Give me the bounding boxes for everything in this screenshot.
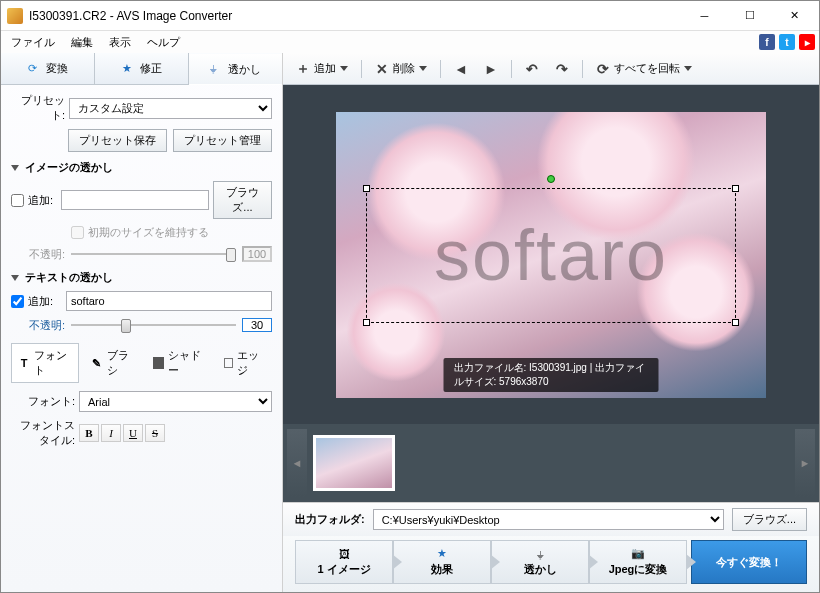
- titlebar: I5300391.CR2 - AVS Image Converter ─ ☐ ✕: [1, 1, 819, 31]
- text-wm-heading: テキストの透かし: [25, 270, 113, 285]
- font-select[interactable]: Arial: [79, 391, 272, 412]
- mini-tab-font[interactable]: T フォント: [11, 343, 79, 383]
- menu-view[interactable]: 表示: [101, 33, 139, 52]
- youtube-icon[interactable]: ▸: [799, 34, 815, 50]
- left-panel: ⟳ 変換 ★ 修正 ⏚ 透かし プリセット: カスタム設定 プリセット保存 プリ…: [1, 53, 283, 592]
- tab-correct[interactable]: ★ 修正: [95, 53, 189, 84]
- chevron-down-icon: [684, 66, 692, 71]
- chevron-down-icon: [419, 66, 427, 71]
- step-watermark[interactable]: ⏚ 透かし: [491, 540, 589, 584]
- menu-edit[interactable]: 編集: [63, 33, 101, 52]
- output-browse-button[interactable]: ブラウズ...: [732, 508, 807, 531]
- text-wm-opacity-value[interactable]: [242, 318, 272, 332]
- strip-next-button[interactable]: ►: [795, 429, 815, 497]
- edge-icon: [224, 358, 233, 368]
- prev-button[interactable]: ◄: [447, 57, 475, 81]
- chevron-down-icon: [11, 165, 19, 171]
- thumbnail-item[interactable]: [313, 435, 395, 491]
- rotate-right-button[interactable]: ↷: [548, 57, 576, 81]
- close-button[interactable]: ✕: [772, 2, 817, 30]
- rotate-right-icon: ↷: [555, 62, 569, 76]
- underline-button[interactable]: U: [123, 424, 143, 442]
- delete-button[interactable]: ✕ 削除: [368, 56, 434, 81]
- mini-tab-brush[interactable]: ✎ ブラシ: [83, 343, 142, 383]
- text-wm-text-input[interactable]: [66, 291, 272, 311]
- camera-icon: 📷: [631, 547, 645, 560]
- image-icon: 🖼: [339, 548, 350, 560]
- window-title: I5300391.CR2 - AVS Image Converter: [29, 9, 682, 23]
- image-wm-heading: イメージの透かし: [25, 160, 113, 175]
- preview-image: softaro 出力ファイル名: I5300391.jpg | 出力ファイルサイ…: [336, 112, 766, 398]
- tab-correct-label: 修正: [140, 61, 162, 76]
- watermark-text: softaro: [434, 214, 668, 296]
- image-wm-browse-button[interactable]: ブラウズ...: [213, 181, 272, 219]
- next-button[interactable]: ►: [477, 57, 505, 81]
- preset-manage-button[interactable]: プリセット管理: [173, 129, 272, 152]
- brush-icon: ✎: [90, 356, 102, 370]
- add-button[interactable]: ＋ 追加: [289, 56, 355, 81]
- chevron-down-icon: [340, 66, 348, 71]
- chevron-down-icon: [11, 275, 19, 281]
- strike-button[interactable]: S: [145, 424, 165, 442]
- tab-convert-label: 変換: [46, 61, 68, 76]
- text-icon: T: [18, 356, 30, 370]
- image-wm-add-label: 追加:: [28, 193, 57, 208]
- plus-icon: ＋: [296, 62, 310, 76]
- right-area: ＋ 追加 ✕ 削除 ◄ ► ↶ ↷ ⟳ すべてを回転: [283, 53, 819, 592]
- step-effect[interactable]: ★ 効果: [393, 540, 491, 584]
- maximize-button[interactable]: ☐: [727, 2, 772, 30]
- keep-size-label: 初期のサイズを維持する: [88, 225, 209, 240]
- image-wm-add-checkbox[interactable]: [11, 194, 24, 207]
- font-label: フォント:: [11, 394, 75, 409]
- preset-select[interactable]: カスタム設定: [69, 98, 272, 119]
- mini-tab-edge[interactable]: エッジ: [217, 343, 272, 383]
- convert-now-button[interactable]: 今すぐ変換！: [691, 540, 807, 584]
- preset-save-button[interactable]: プリセット保存: [68, 129, 167, 152]
- text-wm-add-checkbox[interactable]: [11, 295, 24, 308]
- star-icon: ★: [437, 547, 447, 560]
- rotate-all-button[interactable]: ⟳ すべてを回転: [589, 56, 699, 81]
- rotate-left-button[interactable]: ↶: [518, 57, 546, 81]
- menu-help[interactable]: ヘルプ: [139, 33, 188, 52]
- step-image[interactable]: 🖼 1 イメージ: [295, 540, 393, 584]
- tab-watermark[interactable]: ⏚ 透かし: [189, 54, 282, 85]
- preset-label: プリセット:: [11, 93, 65, 123]
- italic-button[interactable]: I: [101, 424, 121, 442]
- star-icon: ★: [122, 62, 136, 76]
- toolbar: ＋ 追加 ✕ 削除 ◄ ► ↶ ↷ ⟳ すべてを回転: [283, 53, 819, 85]
- menu-file[interactable]: ファイル: [3, 33, 63, 52]
- resize-handle-se[interactable]: [732, 319, 739, 326]
- menubar: ファイル 編集 表示 ヘルプ f t ▸: [1, 31, 819, 53]
- mini-tab-shadow[interactable]: シャドー: [146, 343, 213, 383]
- resize-handle-ne[interactable]: [732, 185, 739, 192]
- refresh-icon: ⟳: [596, 62, 610, 76]
- minimize-button[interactable]: ─: [682, 2, 727, 30]
- main-tabs: ⟳ 変換 ★ 修正 ⏚ 透かし: [1, 53, 282, 85]
- section-image-watermark[interactable]: イメージの透かし: [11, 160, 272, 175]
- tab-convert[interactable]: ⟳ 変換: [1, 53, 95, 84]
- facebook-icon[interactable]: f: [759, 34, 775, 50]
- strip-prev-button[interactable]: ◄: [287, 429, 307, 497]
- text-wm-opacity-slider[interactable]: [71, 317, 236, 333]
- twitter-icon[interactable]: t: [779, 34, 795, 50]
- font-style-label: フォントスタイル:: [11, 418, 75, 448]
- section-text-watermark[interactable]: テキストの透かし: [11, 270, 272, 285]
- step-format[interactable]: 📷 Jpegに変換: [589, 540, 687, 584]
- output-folder-label: 出力フォルダ:: [295, 512, 365, 527]
- app-icon: [7, 8, 23, 24]
- bold-button[interactable]: B: [79, 424, 99, 442]
- image-wm-path-input[interactable]: [61, 190, 209, 210]
- steps-bar: 🖼 1 イメージ ★ 効果 ⏚ 透かし 📷 Jpegに変換 今すぐ変換！: [283, 536, 819, 592]
- preview-area[interactable]: softaro 出力ファイル名: I5300391.jpg | 出力ファイルサイ…: [283, 85, 819, 424]
- watermark-bbox[interactable]: softaro: [366, 188, 736, 323]
- rotate-handle[interactable]: [547, 175, 555, 183]
- keep-size-checkbox: [71, 226, 84, 239]
- image-wm-opacity-slider: [71, 246, 236, 262]
- stamp-icon: ⏚: [537, 548, 544, 560]
- output-folder-select[interactable]: C:¥Users¥yuki¥Desktop: [373, 509, 724, 530]
- resize-handle-nw[interactable]: [363, 185, 370, 192]
- output-row: 出力フォルダ: C:¥Users¥yuki¥Desktop ブラウズ...: [283, 502, 819, 536]
- text-wm-opacity-label: 不透明:: [11, 318, 65, 333]
- resize-handle-sw[interactable]: [363, 319, 370, 326]
- arrow-left-icon: ◄: [454, 62, 468, 76]
